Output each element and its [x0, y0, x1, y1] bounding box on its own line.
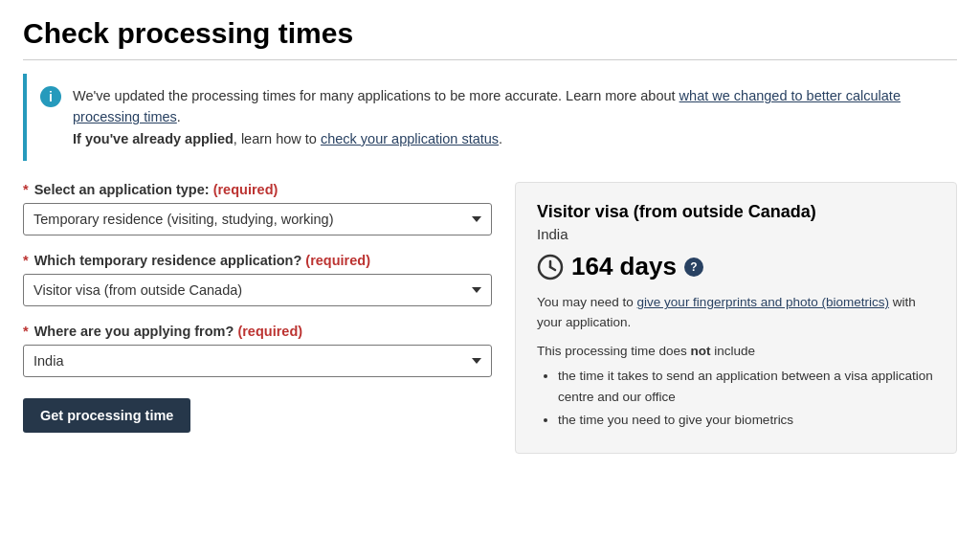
- result-title: Visitor visa (from outside Canada): [537, 202, 935, 222]
- main-content: * Select an application type: (required)…: [23, 182, 957, 453]
- residence-type-label: * Which temporary residence application?…: [23, 253, 492, 268]
- required-text-1: (required): [213, 182, 278, 197]
- required-star-1: *: [23, 182, 29, 197]
- field-group-country: * Where are you applying from? (required…: [23, 324, 492, 377]
- info-text-part2: .: [177, 109, 181, 124]
- clock-icon: [537, 254, 564, 280]
- result-not-include: This processing time does not include: [537, 344, 935, 358]
- application-status-link[interactable]: check your application status: [321, 131, 499, 146]
- field-group-residence-type: * Which temporary residence application?…: [23, 253, 492, 306]
- app-type-label-text: Select an application type:: [34, 182, 210, 197]
- residence-type-select[interactable]: Visitor visa (from outside Canada) Study…: [23, 274, 492, 306]
- country-label: * Where are you applying from? (required…: [23, 324, 492, 339]
- result-list: the time it takes to send an application…: [537, 366, 935, 431]
- form-section: * Select an application type: (required)…: [23, 182, 492, 433]
- already-applied-bold: If you've already applied: [73, 131, 234, 146]
- country-select[interactable]: India China Philippines Nigeria Other: [23, 345, 492, 377]
- title-divider: [23, 59, 957, 60]
- svg-line-2: [550, 267, 555, 270]
- result-panel: Visitor visa (from outside Canada) India…: [515, 182, 957, 453]
- result-days: 164 days ?: [537, 252, 935, 281]
- country-label-text: Where are you applying from?: [34, 324, 234, 339]
- not-include-after: include: [711, 344, 756, 358]
- info-icon: i: [40, 86, 61, 107]
- result-note-part1: You may need to: [537, 295, 637, 309]
- app-type-select[interactable]: Temporary residence (visiting, studying,…: [23, 203, 492, 235]
- info-text: We've updated the processing times for m…: [73, 85, 944, 149]
- info-text-part1: We've updated the processing times for m…: [73, 88, 679, 103]
- result-note: You may need to give your fingerprints a…: [537, 293, 935, 332]
- info-banner: i We've updated the processing times for…: [23, 74, 957, 161]
- field-group-app-type: * Select an application type: (required)…: [23, 182, 492, 235]
- not-include-bold: not: [691, 344, 711, 358]
- required-text-3: (required): [237, 324, 302, 339]
- app-type-label: * Select an application type: (required): [23, 182, 492, 197]
- required-star-2: *: [23, 253, 29, 268]
- help-icon[interactable]: ?: [684, 258, 703, 277]
- result-days-text: 164 days: [571, 252, 677, 281]
- page-title: Check processing times: [23, 17, 957, 50]
- get-processing-time-button[interactable]: Get processing time: [23, 398, 190, 433]
- list-item-2: the time you need to give your biometric…: [558, 410, 935, 431]
- info-text-part5: .: [499, 131, 502, 146]
- not-include-before: This processing time does: [537, 344, 691, 358]
- list-item-1: the time it takes to send an application…: [558, 366, 935, 407]
- info-text-part4: , learn how to: [234, 131, 321, 146]
- required-text-2: (required): [305, 253, 370, 268]
- residence-type-label-text: Which temporary residence application?: [34, 253, 302, 268]
- required-star-3: *: [23, 324, 29, 339]
- result-country: India: [537, 226, 935, 242]
- biometrics-link[interactable]: give your fingerprints and photo (biomet…: [637, 295, 889, 309]
